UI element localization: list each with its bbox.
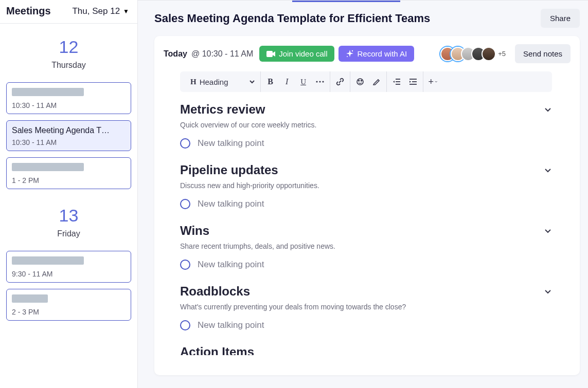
svg-point-3 (316, 81, 317, 82)
new-talking-point-label: New talking point (198, 260, 264, 270)
svg-rect-0 (266, 51, 273, 57)
bold-button[interactable]: B (266, 77, 275, 86)
video-icon (266, 50, 276, 58)
meeting-time: 10:30 - 11 AM (12, 138, 126, 146)
section-desc: Share recent triumphs, deals, and positi… (180, 242, 552, 250)
checkbox-icon[interactable] (180, 199, 190, 209)
page-header: Sales Meeting Agenda Template for Effici… (154, 9, 580, 28)
section-title[interactable]: Metrics review (180, 102, 265, 117)
meeting-card[interactable]: 2 - 3 PM (6, 289, 131, 321)
agenda-section: Roadblocks What's currently preventing y… (180, 284, 552, 330)
chevron-down-icon (249, 79, 255, 85)
indent-button[interactable] (408, 77, 418, 86)
new-talking-point[interactable]: New talking point (180, 260, 552, 270)
meeting-title: Sales Meeting Agenda T… (12, 126, 126, 135)
section-desc: What's currently preventing your deals f… (180, 303, 552, 311)
day-block: 12 Thursday 10:30 - 11 AM Sales Meeting … (0, 24, 137, 201)
main-content: Sales Meeting Agenda Template for Effici… (138, 0, 588, 388)
svg-point-5 (322, 81, 324, 82)
meeting-time: 9:30 - 11 AM (12, 270, 126, 278)
new-talking-point[interactable]: New talking point (180, 199, 552, 209)
join-video-button[interactable]: Join video call (259, 46, 334, 62)
checkbox-icon[interactable] (180, 138, 190, 149)
agenda-section: Metrics review Quick overview of our cor… (180, 102, 552, 149)
new-talking-point[interactable]: New talking point (180, 138, 552, 149)
meeting-card[interactable]: 10:30 - 11 AM (6, 82, 131, 114)
avatar-more-count[interactable]: +5 (498, 50, 506, 58)
new-talking-point-label: New talking point (198, 138, 264, 149)
record-ai-label: Record with AI (357, 49, 407, 58)
svg-point-8 (361, 80, 362, 81)
scroll-area[interactable]: H Heading B I U (164, 71, 571, 367)
sidebar: Meetings Thu, Sep 12 ▼ 12 Thursday 10:30… (0, 0, 138, 388)
day-name: Friday (6, 229, 131, 238)
section-title[interactable]: Roadblocks (180, 284, 250, 299)
placeholder-line (12, 163, 84, 171)
meeting-panel: Today @ 10:30 - 11 AM Join video call Re… (154, 36, 580, 375)
new-talking-point[interactable]: New talking point (180, 320, 552, 330)
outdent-button[interactable] (392, 77, 401, 86)
checkbox-icon[interactable] (180, 260, 190, 270)
panel-header: Today @ 10:30 - 11 AM Join video call Re… (164, 44, 571, 63)
top-accent-bar (292, 1, 400, 2)
meeting-card[interactable]: 1 - 2 PM (6, 157, 131, 189)
new-talking-point-label: New talking point (198, 320, 264, 330)
highlight-button[interactable] (372, 77, 381, 86)
section-title[interactable]: Wins (180, 224, 209, 238)
send-notes-button[interactable]: Send notes (515, 44, 571, 63)
section-desc: Quick overview of our core weekly metric… (180, 121, 552, 129)
placeholder-line (12, 256, 84, 265)
date-picker[interactable]: Thu, Sep 12 ▼ (72, 6, 129, 16)
chevron-down-icon[interactable] (544, 287, 552, 295)
today-label: Today (164, 49, 187, 59)
agenda-section: Pipeline updates Discuss new and high-pr… (180, 163, 552, 209)
color-button[interactable] (355, 77, 365, 86)
join-video-label: Join video call (279, 49, 327, 58)
italic-button[interactable]: I (282, 77, 292, 86)
meeting-card[interactable]: 9:30 - 11 AM (6, 251, 131, 283)
day-block: 13 Friday 9:30 - 11 AM 2 - 3 PM (0, 201, 137, 333)
chevron-down-icon[interactable] (544, 105, 552, 114)
svg-point-4 (319, 81, 320, 82)
heading-label: Heading (200, 78, 228, 86)
meeting-time: 10:30 - 11 AM (12, 101, 126, 109)
editor-toolbar: H Heading B I U (180, 71, 552, 92)
insert-button[interactable]: + (429, 77, 438, 86)
chevron-down-icon[interactable] (544, 166, 552, 174)
new-talking-point-label: New talking point (198, 199, 264, 209)
heading-dropdown[interactable]: H Heading (190, 78, 255, 86)
date-picker-label: Thu, Sep 12 (72, 6, 120, 16)
underline-button[interactable]: U (299, 77, 308, 86)
meeting-time: 1 - 2 PM (12, 176, 126, 184)
caret-down-icon: ▼ (123, 8, 129, 15)
svg-point-2 (347, 56, 348, 57)
svg-point-1 (352, 50, 353, 51)
svg-point-7 (358, 80, 359, 81)
agenda-sections: Metrics review Quick overview of our cor… (164, 102, 568, 330)
sparkle-icon (346, 50, 354, 58)
more-format-button[interactable] (315, 77, 325, 86)
meeting-time: 2 - 3 PM (12, 308, 126, 316)
section-desc: Discuss new and high-priority opportunit… (180, 181, 552, 190)
sidebar-title: Meetings (6, 5, 51, 17)
section-title-peek: Action Items (180, 345, 552, 355)
agenda-section: Wins Share recent triumphs, deals, and p… (180, 224, 552, 270)
placeholder-line (12, 294, 48, 303)
link-button[interactable] (335, 77, 345, 86)
day-number: 13 (6, 207, 131, 224)
share-button[interactable]: Share (541, 9, 580, 28)
meeting-card-selected[interactable]: Sales Meeting Agenda T… 10:30 - 11 AM (6, 120, 131, 151)
time-label: @ 10:30 - 11 AM (191, 49, 253, 59)
record-ai-button[interactable]: Record with AI (338, 46, 414, 62)
chevron-down-icon[interactable] (544, 227, 552, 235)
day-number: 12 (6, 38, 131, 56)
day-name: Thursday (6, 61, 131, 70)
checkbox-icon[interactable] (180, 320, 190, 330)
section-title[interactable]: Pipeline updates (180, 163, 278, 177)
sidebar-header: Meetings Thu, Sep 12 ▼ (0, 0, 137, 24)
avatar-group[interactable]: +5 (440, 47, 506, 61)
avatar[interactable] (482, 47, 496, 61)
page-title: Sales Meeting Agenda Template for Effici… (154, 12, 430, 25)
placeholder-line (12, 88, 84, 96)
